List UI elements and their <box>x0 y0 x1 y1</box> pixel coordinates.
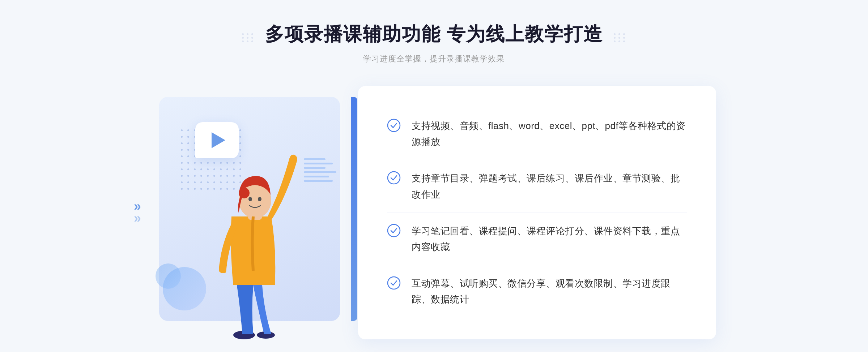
check-icon-1 <box>387 119 401 132</box>
check-icon-2 <box>387 171 401 185</box>
title-dots-right <box>614 33 626 42</box>
check-icon-4 <box>387 276 401 290</box>
feature-item-2: 支持章节目录、弹题考试、课后练习、课后作业、章节测验、批改作业 <box>387 160 687 213</box>
person-figure <box>174 133 333 339</box>
content-wrapper: » » 支持视频、音频、flash、word、excel、ppt、pdf等各种格… <box>152 86 716 339</box>
svg-point-4 <box>248 197 252 201</box>
left-arrows: » » <box>134 201 141 224</box>
svg-point-8 <box>388 172 400 184</box>
page-container: 多项录播课辅助功能 专为线上教学打造 学习进度全掌握，提升录播课教学效果 <box>0 0 868 352</box>
svg-point-9 <box>388 224 400 237</box>
feature-text-2: 支持章节目录、弹题考试、课后练习、课后作业、章节测验、批改作业 <box>412 170 687 202</box>
feature-text-3: 学习笔记回看、课程提问、课程评论打分、课件资料下载，重点内容收藏 <box>412 223 687 255</box>
feature-item-3: 学习笔记回看、课程提问、课程评论打分、课件资料下载，重点内容收藏 <box>387 213 687 265</box>
feature-text-4: 互动弹幕、试听购买、微信分享、观看次数限制、学习进度跟踪、数据统计 <box>412 275 687 307</box>
title-dots-left <box>242 33 254 42</box>
features-card: 支持视频、音频、flash、word、excel、ppt、pdf等各种格式的资源… <box>358 86 716 339</box>
main-title: 多项录播课辅助功能 专为线上教学打造 <box>265 22 603 47</box>
check-icon-3 <box>387 224 401 237</box>
svg-point-5 <box>258 197 261 201</box>
svg-point-6 <box>239 188 250 198</box>
svg-point-7 <box>388 119 400 132</box>
feature-item-1: 支持视频、音频、flash、word、excel、ppt、pdf等各种格式的资源… <box>387 108 687 160</box>
illustration-area: » » <box>152 86 354 339</box>
blue-bar <box>351 97 357 321</box>
feature-item-4: 互动弹幕、试听购买、微信分享、观看次数限制、学习进度跟踪、数据统计 <box>387 265 687 317</box>
sub-title: 学习进度全掌握，提升录播课教学效果 <box>242 53 626 64</box>
header-section: 多项录播课辅助功能 专为线上教学打造 学习进度全掌握，提升录播课教学效果 <box>242 22 626 64</box>
svg-point-10 <box>388 277 400 289</box>
feature-text-1: 支持视频、音频、flash、word、excel、ppt、pdf等各种格式的资源… <box>412 118 687 150</box>
person-svg <box>174 133 333 339</box>
